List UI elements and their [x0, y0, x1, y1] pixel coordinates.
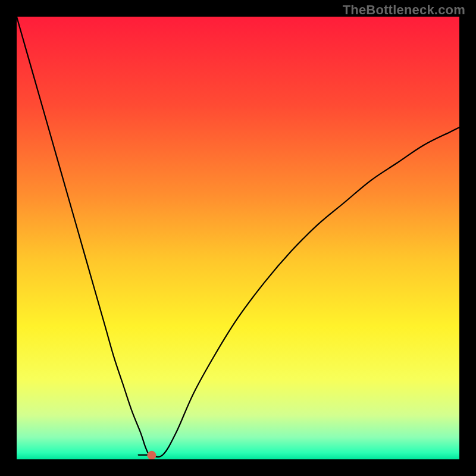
- chart-frame: TheBottleneck.com: [0, 0, 476, 476]
- gradient-background: [17, 17, 459, 459]
- plot-area: [17, 17, 459, 459]
- bottleneck-chart: [17, 17, 459, 459]
- watermark-text: TheBottleneck.com: [343, 2, 465, 18]
